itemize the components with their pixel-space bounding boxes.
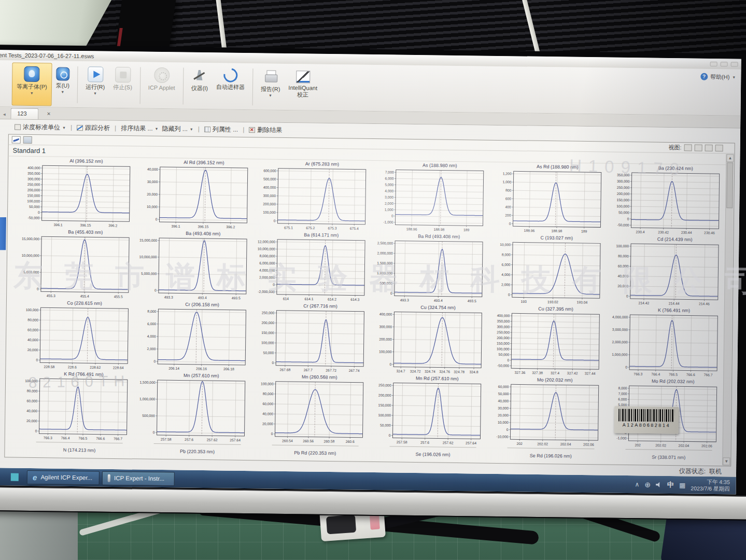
chart-cell[interactable]: 100,00080,00060,00040,00020,0000766.3766…: [15, 371, 133, 443]
help-button[interactable]: ? 帮助(H) ▼: [700, 71, 738, 115]
tab-123[interactable]: 123: [10, 108, 39, 119]
ribbon-button-autosampler[interactable]: 自动进样器: [212, 65, 249, 108]
svg-text:100,000: 100,000: [26, 308, 39, 312]
tab-scroll-left-icon[interactable]: ◄: [2, 112, 6, 117]
toolbar-separator: |: [71, 124, 72, 131]
toolbar-item[interactable]: 跟踪分析: [77, 123, 110, 133]
toolbar-item[interactable]: 浓度标准单位▼: [15, 122, 66, 132]
network-icon[interactable]: ⊕: [644, 480, 651, 488]
ribbon-button-pump[interactable]: 泵(U)▼: [51, 63, 74, 106]
ribbon-button-plasma[interactable]: 等离子体(P)▼: [12, 62, 52, 106]
svg-text:2,000: 2,000: [385, 202, 393, 205]
chart-cell[interactable]: 250,000200,000150,000100,00050,0000257.5…: [368, 375, 487, 447]
chart-title: C (193.027 nm): [541, 235, 573, 241]
chart-cell[interactable]: 100,00080,00060,00040,00020,0000214.4221…: [606, 236, 724, 309]
chart-title: Ba (614.171 nm): [304, 232, 339, 238]
spectrum-chart: 8,0006,0004,0002,0000206.14206.16206.18C…: [133, 301, 252, 373]
cols-icon: [204, 127, 210, 132]
image-view-icon[interactable]: [23, 136, 32, 143]
chart-cell[interactable]: 60,00050,00040,00030,00020,00010,0000-10…: [486, 376, 604, 449]
scrollbar-thumb[interactable]: [726, 162, 733, 208]
ribbon-button-instrument[interactable]: 仪器(I): [187, 65, 212, 108]
toolbar-item[interactable]: 排序结果 ...▼: [121, 124, 158, 133]
svg-text:396.15: 396.15: [80, 223, 91, 227]
chart-cell[interactable]: 15,000,00010,000,0005,000,0000493.3493.4…: [134, 230, 252, 302]
chart-cell[interactable]: 40,00030,00020,00010,0000396.1396.15396.…: [135, 159, 254, 231]
taskbar-app-agilent[interactable]: e Agilent ICP Exper...: [27, 470, 100, 485]
svg-text:50,000: 50,000: [618, 211, 629, 214]
taskbar-app-icp-expert[interactable]: ICP Expert - Instr...: [102, 471, 175, 486]
toolbar-item[interactable]: 隐藏列 ...▼: [162, 124, 193, 134]
svg-text:206.18: 206.18: [223, 367, 234, 371]
view-option-icon[interactable]: [695, 145, 702, 151]
svg-text:675.4: 675.4: [349, 227, 358, 230]
chart-cell[interactable]: 1,500,0001,000,000500,0000257.58257.6257…: [132, 372, 251, 444]
chart-cell[interactable]: 350,000300,000250,000200,000150,000100,0…: [606, 165, 725, 237]
clock-date: 2023/7/6 星期四: [691, 485, 729, 493]
chart-cell[interactable]: 100,00080,00060,00040,00020,0000228.5822…: [15, 300, 134, 372]
svg-text:20,000: 20,000: [27, 348, 38, 352]
volume-icon[interactable]: [656, 482, 662, 487]
ribbon-button-run[interactable]: 运行(R)▼: [81, 63, 109, 107]
svg-text:150,000: 150,000: [261, 331, 274, 334]
ribbon-button-report[interactable]: 报告(R)▼: [257, 65, 285, 109]
maximize-button[interactable]: [721, 62, 728, 66]
ime-indicator[interactable]: 中: [667, 480, 674, 489]
chart-cell[interactable]: 1,2001,0008006004002000188.96188.98189As…: [488, 163, 607, 236]
ribbon-button-applet[interactable]: ICP Applet: [144, 64, 179, 108]
ribbon-button-stop[interactable]: 停止(S): [109, 64, 137, 107]
view-option-icon[interactable]: [684, 144, 692, 151]
instrument-status-label: 仪器状态:: [679, 467, 706, 476]
scroll-up-icon[interactable]: ▲: [726, 154, 734, 162]
run-icon: [88, 66, 103, 82]
chart-cell[interactable]: 10,0008,0006,0004,0002,0000193193.02193.…: [487, 234, 606, 307]
chart-cell[interactable]: 8,0006,0004,0002,0000206.14206.16206.18C…: [133, 301, 252, 373]
view-option-icon[interactable]: [715, 145, 723, 151]
ribbon-button-iq[interactable]: IntelliQuant 校正: [284, 66, 322, 109]
monitor: ent Tests_2023-07-06_16-27-11.esws 等离子体(…: [0, 45, 746, 521]
tab-close-icon[interactable]: ×: [47, 110, 51, 117]
ribbon-button-label: ICP Applet: [148, 85, 175, 91]
view-option-icon[interactable]: [705, 145, 713, 151]
svg-text:600: 600: [505, 197, 512, 200]
toolbar-item[interactable]: 列属性 ...: [204, 125, 238, 134]
chart-cell[interactable]: 400,000350,000300,000250,000200,000150,0…: [487, 305, 606, 378]
svg-text:614.2: 614.2: [328, 297, 336, 301]
chart-cell[interactable]: 4,000,0003,000,0002,000,0001,000,0000766…: [604, 306, 723, 379]
chart-cell[interactable]: 7,0006,0005,0004,0003,0002,0001,0000-1,0…: [371, 162, 489, 234]
chevron-down-icon: ▼: [190, 127, 193, 131]
toolbar-item[interactable]: 删除结果: [249, 125, 282, 135]
svg-text:200,000: 200,000: [497, 336, 510, 340]
svg-text:50,000: 50,000: [263, 351, 274, 355]
toolbar-separator: |: [243, 126, 244, 133]
svg-text:4,000,000: 4,000,000: [612, 315, 628, 319]
tray-expand-icon[interactable]: ∧: [635, 481, 640, 488]
minimize-button[interactable]: [710, 61, 717, 66]
svg-text:493.4: 493.4: [198, 296, 207, 299]
taskbar-app-icon[interactable]: [11, 473, 19, 481]
svg-text:400,000: 400,000: [379, 312, 392, 316]
svg-text:20,000: 20,000: [26, 419, 37, 423]
toolbar-item-label: 跟踪分析: [85, 123, 110, 133]
chart-cell[interactable]: 15,000,00010,000,0005,000,0000455.3455.4…: [16, 229, 135, 301]
chart-cell[interactable]: 2,500,0002,000,0001,500,0001,000,000500,…: [370, 233, 488, 305]
chart-cell[interactable]: 12,000,00010,000,0008,000,0006,000,0004,…: [252, 231, 371, 304]
close-button[interactable]: [731, 62, 738, 66]
scroll-down-icon[interactable]: ▼: [723, 457, 730, 465]
svg-text:766.5: 766.5: [78, 437, 87, 440]
chart-title: Ba (455.403 nm): [68, 229, 103, 235]
svg-text:80,000: 80,000: [618, 254, 629, 258]
svg-text:40,000: 40,000: [26, 409, 37, 413]
chart-cell[interactable]: 100,00080,00060,00040,00020,0000260.5426…: [250, 373, 369, 446]
pump-icon: [56, 67, 69, 81]
chart-cell[interactable]: 600,000500,000400,000300,000200,000100,0…: [252, 160, 371, 233]
svg-text:80,000: 80,000: [262, 392, 273, 396]
chart-cell[interactable]: 250,000200,000150,000100,00050,0000267.6…: [251, 302, 370, 375]
svg-text:327.42: 327.42: [567, 371, 578, 375]
keyboard-icon[interactable]: ▦: [679, 481, 685, 489]
chart-cell[interactable]: 400,000350,000300,000250,000200,000150,0…: [17, 158, 136, 230]
chart-cell[interactable]: 400,000300,000200,000100,0000324.7324.72…: [369, 304, 487, 376]
spectrum-view-icon[interactable]: [12, 136, 21, 143]
clock[interactable]: 下午 4:35 2023/7/6 星期四: [691, 478, 730, 492]
svg-text:0: 0: [273, 283, 275, 286]
